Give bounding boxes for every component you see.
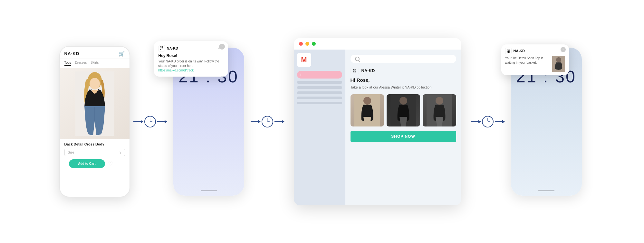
phone-1-app: NA-KD 🛒 Tops Dresses Skirts [59,46,130,197]
notif-header-4: NAKD NA-KD [505,48,565,54]
notif-header-2: NAKD NA-KD now [159,45,224,51]
email-sender-row: NAKD NA-KD [351,68,456,74]
svg-point-11 [436,97,443,105]
email-body: M + NAKD NA-KD [294,50,461,205]
product-info: Back Detail Cross Body Size ∨ Add to Car… [60,139,130,171]
arrow-connector-3 [471,116,505,127]
phone-2-wrapper: ✕ NAKD NA-KD now Hey Rose! Your NA-KD or… [173,48,244,196]
shop-now-button[interactable]: SHOP NOW [351,131,456,142]
arrow-line-2 [251,121,260,122]
tab-skirts[interactable]: Skirts [91,61,99,66]
clock-icon-1 [144,116,156,127]
app-nav: NA-KD 🛒 [60,47,130,59]
email-wrapper: M + NAKD NA-KD [294,38,461,205]
search-icon [355,57,360,61]
close-dot[interactable] [299,42,303,46]
app-logo: NA-KD [64,51,80,56]
tab-dresses[interactable]: Dresses [75,61,87,66]
cart-icon[interactable]: 🛒 [119,51,125,57]
arrow-line-2b [274,121,284,122]
app-tabs: Tops Dresses Skirts [60,59,130,68]
add-to-cart-button[interactable]: Add to Cart [69,159,105,168]
sidebar-item-3 [297,91,342,94]
window-controls [294,38,461,50]
email-body-text: Take a look at our Alessa Winter x NA-KD… [351,85,456,90]
size-label: Size [68,151,74,154]
product-thumb-1 [351,94,384,126]
compose-plus-icon: + [300,72,302,77]
sidebar-item-4 [297,97,342,99]
notif-title-2: Hey Rose! [159,53,224,58]
tab-tops[interactable]: Tops [64,61,71,66]
notification-card-2: ✕ NAKD NA-KD now Hey Rose! Your NA-KD or… [154,41,228,77]
svg-point-7 [363,97,371,105]
phone-4-home-indicator [538,190,554,191]
notification-card-4: ✕ NAKD NA-KD Your Tie Detail Satin Top i… [501,44,569,75]
product-thumb-2 [387,94,420,126]
gmail-icon: M [297,53,311,67]
email-main: NAKD NA-KD Hi Rose, Take a look at our A… [345,50,461,205]
arrow-line-1b [157,121,167,122]
phone-4-wrapper: ✕ NAKD NA-KD Your Tie Detail Satin Top i… [511,48,582,196]
arrow-connector-1 [133,116,167,127]
svg-point-13 [556,57,561,62]
product-thumb-3 [423,94,456,126]
nakd-logo-email: NAKD [351,68,359,74]
product-name: Back Detail Cross Body [64,142,125,146]
heart-icon[interactable]: ♡ [108,161,113,167]
email-sidebar: M + [294,50,345,205]
notif-close-button-4[interactable]: ✕ [561,47,566,52]
sidebar-item-5 [297,102,342,104]
bottom-row: Add to Cart ♡ [64,159,125,168]
notif-body-4: Your Tie Detail Satin Top is waiting in … [505,56,547,65]
notif-product-image-4 [552,56,565,72]
svg-point-9 [399,97,407,105]
minimize-dot[interactable] [305,42,309,46]
phone-2-home-indicator [201,190,217,191]
clock-icon-2 [262,116,273,127]
product-grid [351,94,456,126]
product-image [60,68,130,139]
notif-link-2[interactable]: https://na-kd.com/d/track [159,69,194,72]
size-selector[interactable]: Size ∨ [64,149,125,156]
notif-brand-4: NA-KD [514,49,525,53]
sidebar-item-2 [297,86,342,89]
arrow-connector-2 [251,116,284,127]
arrow-line-3 [471,121,481,122]
main-scene: NA-KD 🛒 Tops Dresses Skirts [16,38,628,205]
notif-logo-2: NAKD [159,45,165,51]
maximize-dot[interactable] [312,42,316,46]
notif-body-2: Your NA-KD order is on its way! Follow t… [159,59,224,73]
email-greeting: Hi Rose, [351,77,456,83]
clock-icon-3 [482,116,494,127]
svg-point-2 [90,78,100,89]
email-search-bar[interactable] [351,55,456,63]
notif-brand-2: NA-KD [167,46,178,50]
chevron-down-icon: ∨ [119,151,121,154]
arrow-line-1 [133,121,143,122]
notif-logo-4: NAKD [505,48,512,54]
arrow-line-3b [495,121,505,122]
sidebar-item-1 [297,81,342,84]
sender-name: NA-KD [361,68,375,73]
email-client: M + NAKD NA-KD [294,38,461,205]
notif-close-button-2[interactable]: ✕ [219,44,225,50]
compose-button[interactable]: + [297,71,342,79]
